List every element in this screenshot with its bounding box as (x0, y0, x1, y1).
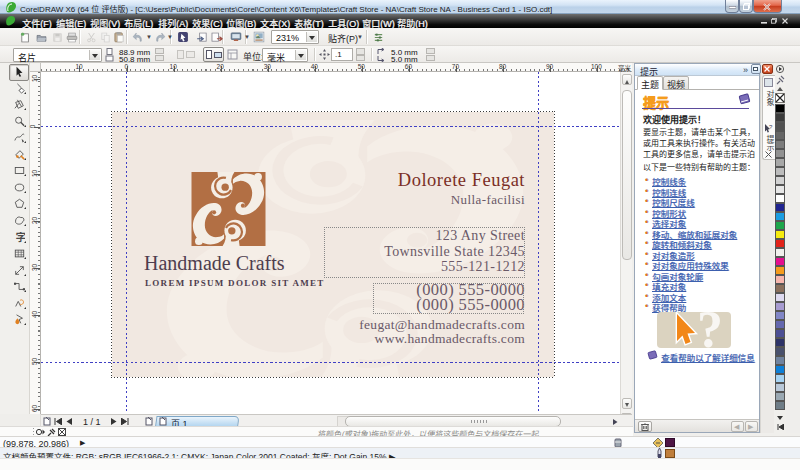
svg-text:?: ? (769, 124, 773, 130)
